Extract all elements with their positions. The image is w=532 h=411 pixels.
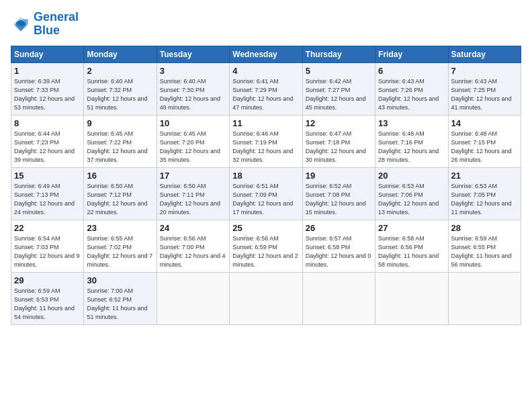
day-number: 10 — [160, 118, 226, 128]
week-row-5: 29 Sunrise: 6:59 AM Sunset: 6:53 PM Dayl… — [11, 272, 521, 324]
day-info: Sunrise: 6:42 AM Sunset: 7:27 PM Dayligh… — [306, 77, 372, 112]
day-number: 11 — [232, 118, 299, 128]
day-number: 23 — [87, 223, 153, 233]
day-number: 25 — [232, 223, 299, 233]
day-cell: 24 Sunrise: 6:56 AM Sunset: 7:00 PM Dayl… — [157, 220, 229, 272]
day-number: 20 — [378, 171, 445, 181]
day-info: Sunrise: 6:53 AM Sunset: 7:05 PM Dayligh… — [451, 182, 518, 217]
day-number: 15 — [14, 171, 81, 181]
day-cell: 3 Sunrise: 6:40 AM Sunset: 7:30 PM Dayli… — [157, 62, 229, 115]
page: General Blue SundayMondayTuesdayWednesda… — [0, 0, 532, 411]
day-number: 28 — [451, 223, 518, 233]
day-cell: 2 Sunrise: 6:40 AM Sunset: 7:32 PM Dayli… — [84, 62, 157, 115]
day-number: 14 — [451, 118, 518, 128]
day-number: 22 — [14, 223, 81, 233]
day-cell: 12 Sunrise: 6:47 AM Sunset: 7:18 PM Dayl… — [302, 115, 375, 167]
day-info: Sunrise: 6:48 AM Sunset: 7:15 PM Dayligh… — [451, 130, 518, 165]
day-info: Sunrise: 6:45 AM Sunset: 7:20 PM Dayligh… — [160, 130, 226, 165]
day-info: Sunrise: 6:59 AM Sunset: 6:55 PM Dayligh… — [451, 234, 518, 269]
logo: General Blue — [11, 11, 79, 38]
day-number: 13 — [378, 118, 445, 128]
col-header-sunday: Sunday — [11, 46, 84, 62]
day-cell: 22 Sunrise: 6:54 AM Sunset: 7:03 PM Dayl… — [11, 220, 84, 272]
col-header-thursday: Thursday — [302, 46, 375, 62]
day-info: Sunrise: 6:40 AM Sunset: 7:32 PM Dayligh… — [87, 77, 153, 112]
day-cell — [375, 272, 448, 324]
day-number: 30 — [87, 275, 153, 285]
day-info: Sunrise: 6:52 AM Sunset: 7:08 PM Dayligh… — [306, 182, 372, 217]
day-cell: 5 Sunrise: 6:42 AM Sunset: 7:27 PM Dayli… — [302, 62, 375, 115]
day-info: Sunrise: 6:43 AM Sunset: 7:26 PM Dayligh… — [378, 77, 445, 112]
day-cell: 13 Sunrise: 6:48 AM Sunset: 7:16 PM Dayl… — [375, 115, 448, 167]
day-info: Sunrise: 6:45 AM Sunset: 7:22 PM Dayligh… — [87, 130, 153, 165]
day-info: Sunrise: 6:40 AM Sunset: 7:30 PM Dayligh… — [160, 77, 226, 112]
day-cell: 17 Sunrise: 6:50 AM Sunset: 7:11 PM Dayl… — [157, 167, 229, 220]
day-cell: 9 Sunrise: 6:45 AM Sunset: 7:22 PM Dayli… — [84, 115, 157, 167]
day-cell: 11 Sunrise: 6:46 AM Sunset: 7:19 PM Dayl… — [230, 115, 302, 167]
week-row-3: 15 Sunrise: 6:49 AM Sunset: 7:13 PM Dayl… — [11, 167, 521, 220]
day-number: 17 — [160, 171, 226, 181]
day-cell: 8 Sunrise: 6:44 AM Sunset: 7:23 PM Dayli… — [11, 115, 84, 167]
day-number: 24 — [160, 223, 226, 233]
day-number: 1 — [14, 66, 81, 76]
day-number: 27 — [378, 223, 445, 233]
header: General Blue — [11, 11, 521, 38]
day-info: Sunrise: 6:56 AM Sunset: 7:00 PM Dayligh… — [160, 234, 226, 269]
day-cell: 20 Sunrise: 6:53 AM Sunset: 7:06 PM Dayl… — [375, 167, 448, 220]
day-info: Sunrise: 6:59 AM Sunset: 6:53 PM Dayligh… — [14, 287, 81, 322]
day-number: 4 — [232, 66, 299, 76]
day-info: Sunrise: 6:49 AM Sunset: 7:13 PM Dayligh… — [14, 182, 81, 217]
day-cell: 15 Sunrise: 6:49 AM Sunset: 7:13 PM Dayl… — [11, 167, 84, 220]
day-cell — [157, 272, 229, 324]
day-cell: 30 Sunrise: 7:00 AM Sunset: 6:52 PM Dayl… — [84, 272, 157, 324]
day-cell: 29 Sunrise: 6:59 AM Sunset: 6:53 PM Dayl… — [11, 272, 84, 324]
logo-icon — [11, 14, 31, 34]
day-number: 9 — [87, 118, 153, 128]
day-number: 21 — [451, 171, 518, 181]
day-cell: 27 Sunrise: 6:58 AM Sunset: 6:56 PM Dayl… — [375, 220, 448, 272]
col-header-tuesday: Tuesday — [157, 46, 229, 62]
day-cell: 21 Sunrise: 6:53 AM Sunset: 7:05 PM Dayl… — [448, 167, 521, 220]
day-number: 29 — [14, 275, 81, 285]
day-cell: 25 Sunrise: 6:56 AM Sunset: 6:59 PM Dayl… — [230, 220, 302, 272]
day-number: 3 — [160, 66, 226, 76]
day-cell — [302, 272, 375, 324]
col-header-saturday: Saturday — [448, 46, 521, 62]
day-info: Sunrise: 6:58 AM Sunset: 6:56 PM Dayligh… — [378, 234, 445, 269]
day-cell: 1 Sunrise: 6:39 AM Sunset: 7:33 PM Dayli… — [11, 62, 84, 115]
day-info: Sunrise: 6:50 AM Sunset: 7:11 PM Dayligh… — [160, 182, 226, 217]
day-info: Sunrise: 6:47 AM Sunset: 7:18 PM Dayligh… — [306, 130, 372, 165]
day-number: 19 — [306, 171, 372, 181]
day-cell: 23 Sunrise: 6:55 AM Sunset: 7:02 PM Dayl… — [84, 220, 157, 272]
logo-text: General Blue — [34, 11, 79, 38]
day-info: Sunrise: 6:51 AM Sunset: 7:09 PM Dayligh… — [232, 182, 299, 217]
day-number: 7 — [451, 66, 518, 76]
day-cell: 16 Sunrise: 6:50 AM Sunset: 7:12 PM Dayl… — [84, 167, 157, 220]
day-number: 8 — [14, 118, 81, 128]
day-cell: 26 Sunrise: 6:57 AM Sunset: 6:58 PM Dayl… — [302, 220, 375, 272]
day-number: 26 — [306, 223, 372, 233]
day-cell: 7 Sunrise: 6:43 AM Sunset: 7:25 PM Dayli… — [448, 62, 521, 115]
week-row-1: 1 Sunrise: 6:39 AM Sunset: 7:33 PM Dayli… — [11, 62, 521, 115]
day-cell: 6 Sunrise: 6:43 AM Sunset: 7:26 PM Dayli… — [375, 62, 448, 115]
day-info: Sunrise: 7:00 AM Sunset: 6:52 PM Dayligh… — [87, 287, 153, 322]
day-info: Sunrise: 6:54 AM Sunset: 7:03 PM Dayligh… — [14, 234, 81, 269]
day-number: 5 — [306, 66, 372, 76]
day-number: 12 — [306, 118, 372, 128]
calendar-table: SundayMondayTuesdayWednesdayThursdayFrid… — [11, 46, 521, 325]
day-cell: 14 Sunrise: 6:48 AM Sunset: 7:15 PM Dayl… — [448, 115, 521, 167]
day-info: Sunrise: 6:46 AM Sunset: 7:19 PM Dayligh… — [232, 130, 299, 165]
day-number: 18 — [232, 171, 299, 181]
day-info: Sunrise: 6:43 AM Sunset: 7:25 PM Dayligh… — [451, 77, 518, 112]
day-number: 2 — [87, 66, 153, 76]
col-header-friday: Friday — [375, 46, 448, 62]
day-info: Sunrise: 6:50 AM Sunset: 7:12 PM Dayligh… — [87, 182, 153, 217]
day-info: Sunrise: 6:44 AM Sunset: 7:23 PM Dayligh… — [14, 130, 81, 165]
day-number: 16 — [87, 171, 153, 181]
day-info: Sunrise: 6:55 AM Sunset: 7:02 PM Dayligh… — [87, 234, 153, 269]
day-cell: 18 Sunrise: 6:51 AM Sunset: 7:09 PM Dayl… — [230, 167, 302, 220]
day-cell: 4 Sunrise: 6:41 AM Sunset: 7:29 PM Dayli… — [230, 62, 302, 115]
week-row-4: 22 Sunrise: 6:54 AM Sunset: 7:03 PM Dayl… — [11, 220, 521, 272]
day-number: 6 — [378, 66, 445, 76]
header-row: SundayMondayTuesdayWednesdayThursdayFrid… — [11, 46, 521, 62]
